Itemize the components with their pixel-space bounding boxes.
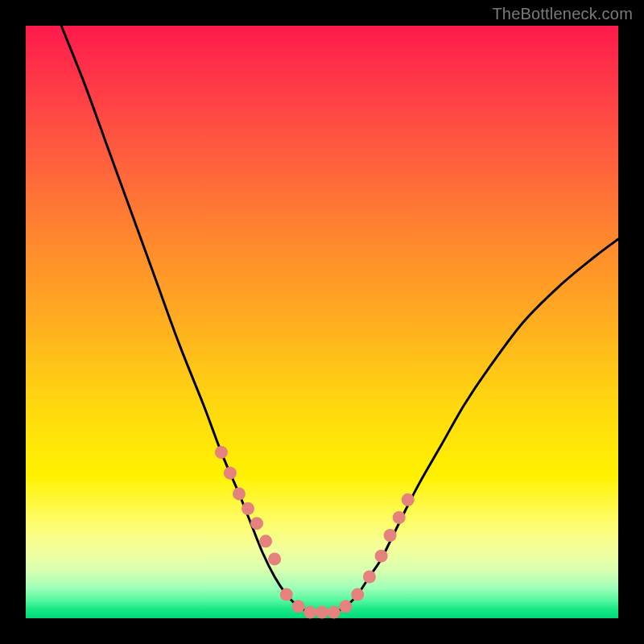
curve-marker bbox=[351, 588, 364, 601]
curve-svg bbox=[26, 26, 618, 618]
curve-marker bbox=[224, 467, 237, 480]
curve-marker bbox=[328, 606, 341, 619]
plot-area bbox=[26, 26, 618, 618]
curve-marker bbox=[339, 600, 352, 613]
curve-marker-group bbox=[215, 446, 415, 619]
curve-marker bbox=[250, 517, 263, 530]
curve-marker bbox=[280, 588, 293, 601]
bottleneck-curve bbox=[61, 26, 618, 613]
curve-marker bbox=[375, 550, 388, 563]
curve-marker bbox=[268, 552, 281, 565]
curve-marker bbox=[303, 606, 316, 619]
curve-marker bbox=[215, 446, 228, 459]
curve-marker bbox=[384, 529, 397, 542]
curve-marker bbox=[363, 571, 376, 584]
chart-stage: TheBottleneck.com bbox=[0, 0, 644, 644]
curve-marker bbox=[242, 502, 254, 515]
curve-marker bbox=[393, 511, 406, 524]
curve-marker bbox=[233, 487, 246, 500]
curve-marker bbox=[316, 606, 328, 619]
curve-marker bbox=[292, 600, 305, 613]
watermark-text: TheBottleneck.com bbox=[492, 5, 633, 23]
curve-marker bbox=[259, 535, 272, 547]
curve-marker bbox=[402, 493, 415, 506]
